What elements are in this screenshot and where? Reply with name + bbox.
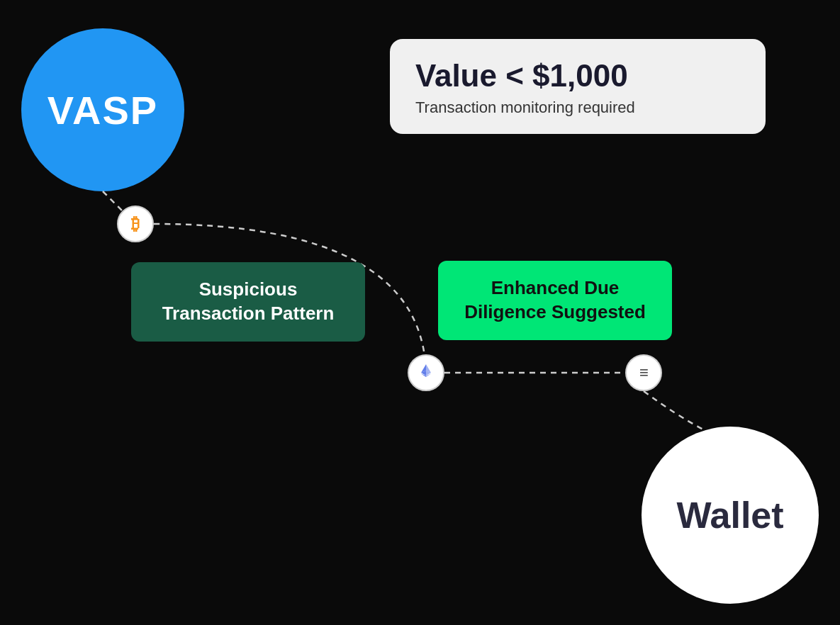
info-box-subtitle: Transaction monitoring required — [415, 98, 740, 117]
ethereum-icon — [416, 363, 436, 383]
wallet-circle: Wallet — [642, 427, 819, 604]
vasp-label: VASP — [47, 87, 158, 133]
info-box: Value < $1,000 Transaction monitoring re… — [390, 39, 766, 134]
balance-icon: ≡ — [639, 364, 648, 382]
ethereum-node — [408, 354, 444, 391]
balance-node: ≡ — [625, 354, 662, 391]
suspicious-transaction-box: Suspicious Transaction Pattern — [131, 262, 365, 342]
bitcoin-node: ₿ — [117, 205, 154, 242]
suspicious-transaction-label: Suspicious Transaction Pattern — [162, 278, 335, 324]
vasp-circle: VASP — [21, 28, 184, 191]
bitcoin-icon: ₿ — [131, 214, 140, 234]
enhanced-due-diligence-box: Enhanced Due Diligence Suggested — [438, 261, 672, 340]
info-box-title: Value < $1,000 — [415, 59, 740, 93]
enhanced-due-diligence-label: Enhanced Due Diligence Suggested — [464, 277, 646, 322]
main-scene: VASP Value < $1,000 Transaction monitori… — [0, 0, 840, 625]
wallet-label: Wallet — [676, 494, 783, 536]
